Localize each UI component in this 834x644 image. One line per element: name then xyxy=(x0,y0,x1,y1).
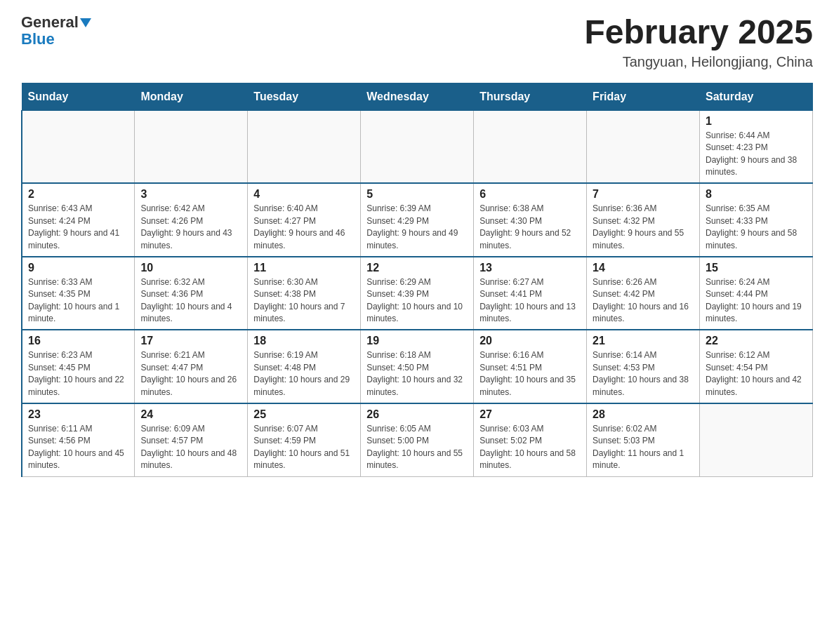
logo: General Blue xyxy=(21,14,91,48)
day-info: Sunrise: 6:07 AM Sunset: 4:59 PM Dayligh… xyxy=(253,423,355,472)
day-number: 18 xyxy=(253,335,355,347)
calendar-week-row: 16Sunrise: 6:23 AM Sunset: 4:45 PM Dayli… xyxy=(22,330,813,403)
calendar-week-row: 23Sunrise: 6:11 AM Sunset: 4:56 PM Dayli… xyxy=(22,403,813,476)
day-number: 5 xyxy=(366,188,468,201)
logo-triangle-icon xyxy=(80,18,91,27)
day-number: 2 xyxy=(28,188,128,201)
day-number: 15 xyxy=(706,262,807,274)
table-row: 3Sunrise: 6:42 AM Sunset: 4:26 PM Daylig… xyxy=(135,183,248,257)
table-row: 17Sunrise: 6:21 AM Sunset: 4:47 PM Dayli… xyxy=(135,330,248,403)
table-row: 18Sunrise: 6:19 AM Sunset: 4:48 PM Dayli… xyxy=(248,330,361,403)
day-number: 26 xyxy=(366,408,468,421)
day-info: Sunrise: 6:03 AM Sunset: 5:02 PM Dayligh… xyxy=(479,423,581,472)
day-info: Sunrise: 6:21 AM Sunset: 4:47 PM Dayligh… xyxy=(140,349,241,398)
day-number: 16 xyxy=(28,335,128,347)
day-info: Sunrise: 6:24 AM Sunset: 4:44 PM Dayligh… xyxy=(706,276,807,326)
table-row: 2Sunrise: 6:43 AM Sunset: 4:24 PM Daylig… xyxy=(22,183,135,257)
day-number: 24 xyxy=(140,408,241,421)
table-row: 28Sunrise: 6:02 AM Sunset: 5:03 PM Dayli… xyxy=(587,403,700,476)
table-row: 21Sunrise: 6:14 AM Sunset: 4:53 PM Dayli… xyxy=(587,330,700,403)
header-sunday: Sunday xyxy=(22,83,135,110)
day-info: Sunrise: 6:36 AM Sunset: 4:32 PM Dayligh… xyxy=(593,203,694,252)
day-number: 21 xyxy=(593,335,694,347)
day-info: Sunrise: 6:44 AM Sunset: 4:23 PM Dayligh… xyxy=(706,130,807,179)
day-info: Sunrise: 6:11 AM Sunset: 4:56 PM Dayligh… xyxy=(28,423,128,472)
calendar-week-row: 2Sunrise: 6:43 AM Sunset: 4:24 PM Daylig… xyxy=(22,183,813,257)
table-row: 25Sunrise: 6:07 AM Sunset: 4:59 PM Dayli… xyxy=(248,403,361,476)
table-row: 5Sunrise: 6:39 AM Sunset: 4:29 PM Daylig… xyxy=(361,183,474,257)
table-row: 24Sunrise: 6:09 AM Sunset: 4:57 PM Dayli… xyxy=(135,403,248,476)
day-number: 27 xyxy=(479,408,581,421)
table-row: 9Sunrise: 6:33 AM Sunset: 4:35 PM Daylig… xyxy=(22,257,135,330)
day-number: 17 xyxy=(140,335,241,347)
day-info: Sunrise: 6:33 AM Sunset: 4:35 PM Dayligh… xyxy=(28,276,128,326)
table-row: 20Sunrise: 6:16 AM Sunset: 4:51 PM Dayli… xyxy=(474,330,587,403)
day-number: 9 xyxy=(28,262,128,274)
table-row xyxy=(474,110,587,183)
title-block: February 2025 Tangyuan, Heilongjiang, Ch… xyxy=(584,14,813,70)
day-info: Sunrise: 6:27 AM Sunset: 4:41 PM Dayligh… xyxy=(479,276,581,326)
table-row: 10Sunrise: 6:32 AM Sunset: 4:36 PM Dayli… xyxy=(135,257,248,330)
day-info: Sunrise: 6:30 AM Sunset: 4:38 PM Dayligh… xyxy=(253,276,355,326)
day-info: Sunrise: 6:23 AM Sunset: 4:45 PM Dayligh… xyxy=(28,349,128,398)
table-row xyxy=(135,110,248,183)
day-info: Sunrise: 6:09 AM Sunset: 4:57 PM Dayligh… xyxy=(140,423,241,472)
day-info: Sunrise: 6:02 AM Sunset: 5:03 PM Dayligh… xyxy=(593,423,694,472)
day-info: Sunrise: 6:32 AM Sunset: 4:36 PM Dayligh… xyxy=(140,276,241,326)
day-info: Sunrise: 6:40 AM Sunset: 4:27 PM Dayligh… xyxy=(253,203,355,252)
page-subtitle: Tangyuan, Heilongjiang, China xyxy=(584,54,813,70)
day-number: 14 xyxy=(593,262,694,274)
day-info: Sunrise: 6:26 AM Sunset: 4:42 PM Dayligh… xyxy=(593,276,694,326)
day-number: 25 xyxy=(253,408,355,421)
day-info: Sunrise: 6:16 AM Sunset: 4:51 PM Dayligh… xyxy=(479,349,581,398)
day-info: Sunrise: 6:43 AM Sunset: 4:24 PM Dayligh… xyxy=(28,203,128,252)
day-info: Sunrise: 6:18 AM Sunset: 4:50 PM Dayligh… xyxy=(366,349,468,398)
calendar-header-row: Sunday Monday Tuesday Wednesday Thursday… xyxy=(22,83,813,110)
day-number: 10 xyxy=(140,262,241,274)
table-row: 22Sunrise: 6:12 AM Sunset: 4:54 PM Dayli… xyxy=(700,330,813,403)
day-number: 22 xyxy=(706,335,807,347)
table-row: 14Sunrise: 6:26 AM Sunset: 4:42 PM Dayli… xyxy=(587,257,700,330)
calendar-week-row: 1Sunrise: 6:44 AM Sunset: 4:23 PM Daylig… xyxy=(22,110,813,183)
table-row: 19Sunrise: 6:18 AM Sunset: 4:50 PM Dayli… xyxy=(361,330,474,403)
table-row: 15Sunrise: 6:24 AM Sunset: 4:44 PM Dayli… xyxy=(700,257,813,330)
day-number: 6 xyxy=(479,188,581,201)
header-monday: Monday xyxy=(135,83,248,110)
calendar-week-row: 9Sunrise: 6:33 AM Sunset: 4:35 PM Daylig… xyxy=(22,257,813,330)
table-row: 4Sunrise: 6:40 AM Sunset: 4:27 PM Daylig… xyxy=(248,183,361,257)
table-row: 12Sunrise: 6:29 AM Sunset: 4:39 PM Dayli… xyxy=(361,257,474,330)
day-number: 20 xyxy=(479,335,581,347)
day-info: Sunrise: 6:05 AM Sunset: 5:00 PM Dayligh… xyxy=(366,423,468,472)
table-row xyxy=(587,110,700,183)
day-info: Sunrise: 6:42 AM Sunset: 4:26 PM Dayligh… xyxy=(140,203,241,252)
day-info: Sunrise: 6:38 AM Sunset: 4:30 PM Dayligh… xyxy=(479,203,581,252)
table-row: 1Sunrise: 6:44 AM Sunset: 4:23 PM Daylig… xyxy=(700,110,813,183)
day-number: 23 xyxy=(28,408,128,421)
day-number: 11 xyxy=(253,262,355,274)
page-title: February 2025 xyxy=(584,14,813,51)
logo-general-text: General xyxy=(21,14,79,31)
table-row: 13Sunrise: 6:27 AM Sunset: 4:41 PM Dayli… xyxy=(474,257,587,330)
day-number: 3 xyxy=(140,188,241,201)
day-number: 8 xyxy=(706,188,807,201)
day-info: Sunrise: 6:35 AM Sunset: 4:33 PM Dayligh… xyxy=(706,203,807,252)
table-row xyxy=(361,110,474,183)
day-info: Sunrise: 6:19 AM Sunset: 4:48 PM Dayligh… xyxy=(253,349,355,398)
table-row: 11Sunrise: 6:30 AM Sunset: 4:38 PM Dayli… xyxy=(248,257,361,330)
table-row: 8Sunrise: 6:35 AM Sunset: 4:33 PM Daylig… xyxy=(700,183,813,257)
table-row xyxy=(700,403,813,476)
table-row xyxy=(22,110,135,183)
header-wednesday: Wednesday xyxy=(361,83,474,110)
day-number: 13 xyxy=(479,262,581,274)
day-info: Sunrise: 6:39 AM Sunset: 4:29 PM Dayligh… xyxy=(366,203,468,252)
day-info: Sunrise: 6:12 AM Sunset: 4:54 PM Dayligh… xyxy=(706,349,807,398)
page-header: General Blue February 2025 Tangyuan, Hei… xyxy=(21,14,813,70)
logo-blue-text: Blue xyxy=(21,31,55,48)
header-friday: Friday xyxy=(587,83,700,110)
table-row: 6Sunrise: 6:38 AM Sunset: 4:30 PM Daylig… xyxy=(474,183,587,257)
header-thursday: Thursday xyxy=(474,83,587,110)
day-number: 12 xyxy=(366,262,468,274)
day-number: 7 xyxy=(593,188,694,201)
table-row xyxy=(248,110,361,183)
header-saturday: Saturday xyxy=(700,83,813,110)
